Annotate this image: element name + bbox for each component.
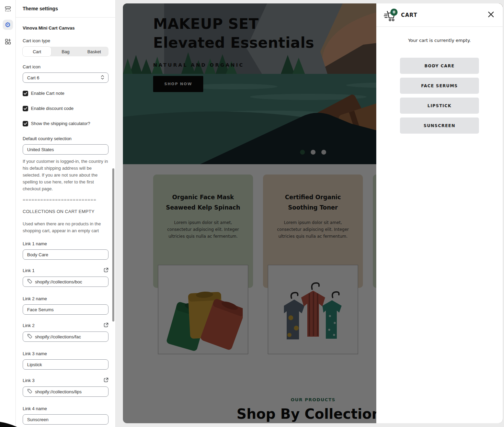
app-embeds-nav-button[interactable] bbox=[3, 37, 13, 47]
link3-name-input[interactable] bbox=[23, 359, 108, 370]
cart-count-badge: 0 bbox=[390, 9, 398, 16]
mini-cart-drawer: 0 CART Your cart is currently empty. BOD… bbox=[376, 3, 503, 423]
panel-title: Theme settings bbox=[23, 6, 58, 11]
enable-cart-note-label: Enable Cart note bbox=[31, 91, 65, 96]
cart-drawer-title: CART bbox=[401, 12, 417, 18]
apps-icon bbox=[4, 38, 11, 46]
empty-cart-collection-links: BODY CARE FACE SERUMS LIPSTICK SUNSCREEN bbox=[376, 58, 503, 134]
link4-name-input[interactable] bbox=[23, 414, 108, 425]
collection-button-lipstick[interactable]: LIPSTICK bbox=[400, 98, 479, 114]
cart-icon-type-label: Cart icon type bbox=[23, 38, 108, 44]
default-country-help: If your customer is logged-in, the count… bbox=[23, 158, 108, 192]
panel-header: Theme settings bbox=[16, 0, 115, 18]
link3-url-value: shopify://collections/lips bbox=[35, 389, 82, 394]
link3-url-input[interactable]: shopify://collections/lips bbox=[23, 386, 108, 397]
cart-icon-select-value: Cart 6 bbox=[27, 75, 39, 80]
cart-empty-message: Your cart is currently empty. bbox=[376, 38, 503, 43]
sections-icon bbox=[4, 5, 11, 14]
link3-name-label: Link 3 name bbox=[23, 351, 108, 357]
editor-icon-rail: ⚙ bbox=[0, 0, 16, 427]
segment-bag[interactable]: Bag bbox=[51, 47, 80, 56]
cart-icon-type-segmented: Cart Bag Basket bbox=[23, 47, 108, 56]
panel-scrollbar[interactable] bbox=[112, 168, 114, 322]
cart-drawer-header: 0 CART bbox=[376, 3, 503, 27]
tag-icon bbox=[27, 389, 32, 395]
checkbox-checked-icon[interactable] bbox=[23, 91, 28, 96]
collections-help: Used when there are no products in the s… bbox=[23, 221, 108, 234]
segment-cart[interactable]: Cart bbox=[23, 47, 51, 56]
gear-icon: ⚙ bbox=[5, 21, 11, 28]
shipping-calculator-row[interactable]: Show the shipping calculator? bbox=[23, 121, 108, 126]
tag-icon bbox=[27, 334, 32, 340]
link2-url-input[interactable]: shopify://collections/fac bbox=[23, 332, 108, 342]
shipping-calculator-label: Show the shipping calculator? bbox=[31, 121, 90, 126]
theme-settings-panel: Theme settings Vinova Mini Cart Canvas C… bbox=[16, 0, 116, 427]
checkbox-checked-icon[interactable] bbox=[23, 106, 28, 111]
link3-label: Link 3 bbox=[23, 378, 35, 383]
enable-discount-code-row[interactable]: Enable discount code bbox=[23, 106, 108, 111]
corner-swoosh-decoration bbox=[0, 421, 17, 427]
link4-name-label: Link 4 name bbox=[23, 406, 108, 412]
link1-name-input[interactable] bbox=[23, 249, 108, 260]
sections-nav-button[interactable] bbox=[3, 4, 13, 15]
stepper-icon bbox=[101, 75, 104, 81]
link1-label: Link 1 bbox=[23, 268, 35, 273]
settings-divider: ========================= bbox=[23, 197, 108, 202]
external-link-icon[interactable] bbox=[104, 378, 108, 384]
close-drawer-button[interactable] bbox=[487, 11, 495, 19]
collection-button-face-serums[interactable]: FACE SERUMS bbox=[400, 78, 479, 94]
tag-icon bbox=[27, 279, 32, 285]
cart-icon-label: Cart icon bbox=[23, 64, 108, 70]
theme-settings-nav-button[interactable]: ⚙ bbox=[3, 20, 13, 30]
link1-url-input[interactable]: shopify://collections/boc bbox=[23, 277, 108, 287]
cart-icon-select[interactable]: Cart 6 bbox=[23, 72, 108, 83]
section-title: Vinova Mini Cart Canvas bbox=[23, 25, 108, 31]
link1-url-value: shopify://collections/boc bbox=[35, 279, 82, 284]
link1-name-label: Link 1 name bbox=[23, 241, 108, 247]
external-link-icon[interactable] bbox=[104, 268, 108, 274]
link2-name-label: Link 2 name bbox=[23, 296, 108, 302]
collection-button-sunscreen[interactable]: SUNSCREEN bbox=[400, 117, 479, 134]
cart-icon: 0 bbox=[384, 9, 398, 22]
link2-name-input[interactable] bbox=[23, 304, 108, 315]
link2-url-value: shopify://collections/fac bbox=[35, 334, 81, 339]
storefront-preview: MAKEUP SET Elevated Essentials NATURAL A… bbox=[123, 3, 503, 423]
external-link-icon[interactable] bbox=[104, 323, 108, 329]
close-icon bbox=[488, 11, 494, 19]
default-country-input[interactable] bbox=[23, 144, 108, 155]
checkbox-checked-icon[interactable] bbox=[23, 121, 28, 126]
collection-button-body-care[interactable]: BODY CARE bbox=[400, 58, 479, 74]
link2-label: Link 2 bbox=[23, 323, 35, 328]
enable-discount-code-label: Enable discount code bbox=[31, 106, 73, 111]
collections-heading: COLLECTIONS ON CART EMPTY bbox=[23, 209, 108, 214]
default-country-label: Default country selection bbox=[23, 136, 108, 142]
segment-basket[interactable]: Basket bbox=[80, 47, 108, 56]
enable-cart-note-row[interactable]: Enable Cart note bbox=[23, 91, 108, 96]
